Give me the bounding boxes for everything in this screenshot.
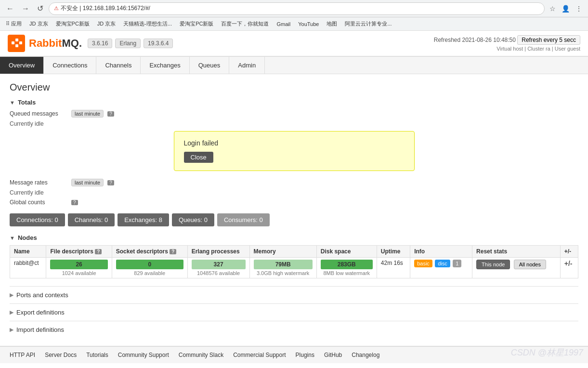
file-desc-help[interactable]: ? [95, 249, 102, 254]
bookmark-button[interactable]: ☆ [548, 4, 558, 13]
browser-bar: ← → ↺ ⚠ 不安全 | 192.168.189.146:15672/#/ ☆… [0, 0, 588, 17]
rmq-refreshed-label: Refreshed [434, 37, 460, 43]
bookmark-youtube[interactable]: YouTube [296, 20, 321, 28]
forward-button[interactable]: → [19, 3, 32, 14]
footer-link-community-slack[interactable]: Community Slack [179, 352, 223, 358]
memory-cell: 79MB 3.0GB high watermark [254, 260, 313, 276]
rmq-footer: HTTP API Server Docs Tutorials Community… [0, 346, 588, 363]
footer-link-github[interactable]: GitHub [324, 352, 342, 358]
totals-section: ▼ Totals Queued messages last minute ? C… [10, 99, 578, 206]
message-rates-help[interactable]: ? [107, 180, 114, 185]
rmq-version-badges: 3.6.16 Erlang 19.3.6.4 [88, 39, 173, 48]
col-reset-stats: Reset stats [472, 246, 561, 258]
footer-link-changelog[interactable]: Changelog [352, 352, 379, 358]
col-memory: Memory [249, 246, 316, 258]
global-counts-label: Global counts [10, 199, 67, 206]
reload-button[interactable]: ↺ [35, 3, 46, 14]
file-desc-cell: 26 1024 available [50, 260, 107, 276]
footer-link-server-docs[interactable]: Server Docs [45, 352, 77, 358]
footer-link-http-api[interactable]: HTTP API [10, 352, 35, 358]
all-nodes-button[interactable]: All nodes [514, 260, 546, 269]
nav-item-overview[interactable]: Overview [0, 57, 44, 74]
rmq-refresh-button[interactable]: Refresh every 5 secc [517, 35, 580, 45]
message-rates-value-row: Currently idle [10, 189, 578, 196]
bookmark-jd1[interactable]: JD 京东 [27, 19, 50, 28]
nodes-table: Name File descriptors ? Socket descripto… [10, 245, 578, 278]
node-memory: 79MB 3.0GB high watermark [249, 258, 316, 278]
queues-count-btn[interactable]: Queues: 0 [172, 213, 214, 226]
col-add-remove: +/- [560, 246, 578, 258]
socket-desc-bar: 0 [116, 260, 183, 269]
node-erlang-proc: 327 1048576 available [187, 258, 249, 278]
totals-section-header[interactable]: ▼ Totals [10, 99, 578, 106]
footer-link-commercial-support[interactable]: Commercial Support [233, 352, 286, 358]
footer-link-plugins[interactable]: Plugins [296, 352, 314, 358]
connections-count-btn[interactable]: Connections: 0 [10, 213, 65, 226]
node-uptime: 42m 16s [377, 258, 410, 278]
socket-desc-avail: 829 available [116, 270, 183, 276]
bookmark-taobao1[interactable]: 爱淘宝PC新版 [54, 19, 91, 28]
rmq-erlang-version-badge: 19.3.6.4 [144, 39, 173, 48]
col-file-desc: File descriptors ? [46, 246, 112, 258]
rmq-header: RabbitMQ. 3.6.16 Erlang 19.3.6.4 Refresh… [0, 31, 588, 57]
bookmark-baidu[interactable]: 百度一下，你就知道 [219, 19, 271, 28]
info-tag-disc[interactable]: disc [435, 260, 450, 267]
bookmark-apps[interactable]: ⠿ 应用 [4, 19, 24, 28]
col-uptime: Uptime [377, 246, 410, 258]
disk-space-avail: 8MB low watermark [321, 270, 373, 276]
consumers-count-btn[interactable]: Consumers: 0 [217, 213, 270, 226]
this-node-button[interactable]: This node [476, 260, 510, 269]
global-counts-help[interactable]: ? [71, 200, 78, 205]
bookmark-map[interactable]: 地图 [325, 19, 339, 28]
login-failed-dialog-overlay: Login failed Close [10, 131, 578, 171]
nodes-section-header[interactable]: ▼ Nodes [10, 234, 578, 241]
import-header[interactable]: ▶ Import definitions [10, 326, 578, 333]
ports-section[interactable]: ▶ Ports and contexts [10, 286, 578, 303]
ports-label: Ports and contexts [16, 291, 68, 299]
bookmark-tianmao[interactable]: 天猫精选-理想生活... [121, 19, 174, 28]
info-tag-basic[interactable]: basic [414, 260, 432, 267]
exchanges-count-btn[interactable]: Exchanges: 8 [118, 213, 169, 226]
memory-bar: 79MB [254, 260, 313, 269]
user-button[interactable]: 👤 [560, 4, 572, 13]
footer-link-community-support[interactable]: Community Support [118, 352, 169, 358]
menu-button[interactable]: ⋮ [574, 4, 584, 13]
queued-messages-help[interactable]: ? [107, 111, 114, 117]
rmq-logo-icon [8, 35, 25, 52]
import-section[interactable]: ▶ Import definitions [10, 321, 578, 338]
nav-item-admin[interactable]: Admin [229, 57, 265, 74]
export-section[interactable]: ▶ Export definitions [10, 303, 578, 321]
col-erlang-proc: Erlang processes [187, 246, 249, 258]
dialog-close-button[interactable]: Close [184, 152, 213, 163]
nav-item-queues[interactable]: Queues [190, 57, 230, 74]
bookmark-gmail[interactable]: Gmail [274, 20, 292, 28]
disk-space-bar: 283GB [321, 260, 373, 269]
add-remove-toggle[interactable]: +/- [564, 260, 573, 267]
col-name: Name [10, 246, 46, 258]
ports-header[interactable]: ▶ Ports and contexts [10, 291, 578, 299]
rmq-user: User guest [555, 46, 580, 52]
bookmark-jd2[interactable]: JD 京东 [95, 19, 118, 28]
node-file-desc: 26 1024 available [46, 258, 112, 278]
info-tag-num[interactable]: 1 [453, 260, 461, 267]
nav-item-exchanges[interactable]: Exchanges [141, 57, 189, 74]
export-label: Export definitions [16, 309, 65, 316]
nav-item-connections[interactable]: Connections [44, 57, 96, 74]
socket-desc-help[interactable]: ? [170, 249, 176, 254]
table-row: rabbit@ct 26 1024 available 0 82 [10, 258, 578, 278]
nav-item-channels[interactable]: Channels [96, 57, 141, 74]
message-rates-time-badge[interactable]: last minute [71, 179, 104, 186]
col-disk-space: Disk space [316, 246, 377, 258]
nodes-section: ▼ Nodes Name File descriptors ? Socket d… [10, 234, 578, 278]
address-bar[interactable]: ⚠ 不安全 | 192.168.189.146:15672/#/ [49, 2, 545, 15]
queued-messages-time-badge[interactable]: last minute [71, 110, 104, 118]
queued-messages-value: Currently idle [10, 120, 44, 127]
bookmark-aliyun[interactable]: 阿里云云计算专业... [343, 19, 393, 28]
back-button[interactable]: ← [4, 3, 16, 14]
channels-count-btn[interactable]: Channels: 0 [68, 213, 115, 226]
footer-link-tutorials[interactable]: Tutorials [86, 352, 108, 358]
rmq-logo-rabbit: Rabbit [29, 37, 62, 49]
export-header[interactable]: ▶ Export definitions [10, 309, 578, 316]
bookmark-taobao2[interactable]: 爱淘宝PC新版 [178, 19, 215, 28]
col-info: Info [410, 246, 472, 258]
